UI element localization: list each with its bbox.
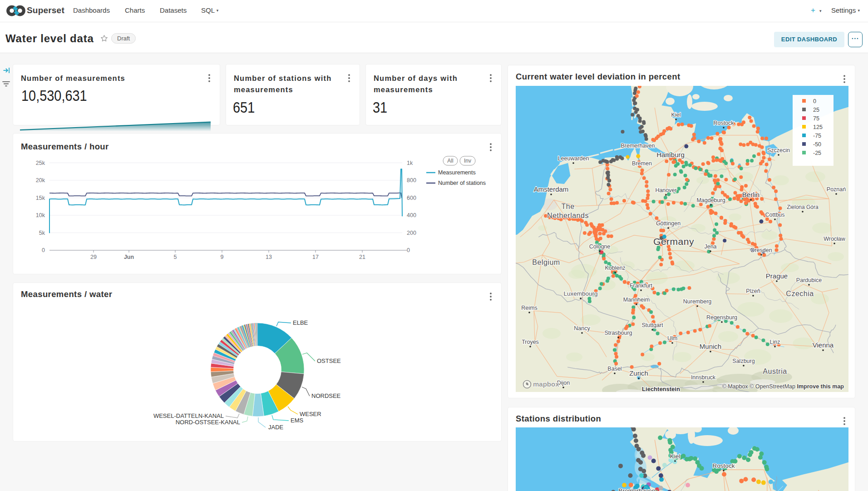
svg-text:Czechia: Czechia [786, 290, 814, 298]
svg-text:29: 29 [90, 254, 97, 260]
svg-text:Mannheim: Mannheim [623, 297, 650, 303]
svg-text:The: The [561, 203, 574, 210]
svg-text:OSTSEE: OSTSEE [317, 357, 341, 364]
svg-text:NORDSEE: NORDSEE [311, 392, 341, 399]
svg-text:Szczecin: Szczecin [767, 147, 790, 154]
svg-text:Zielona Góra: Zielona Góra [787, 204, 819, 210]
svg-text:9: 9 [221, 254, 224, 260]
svg-text:WESER: WESER [300, 411, 321, 417]
svg-text:Reims: Reims [521, 305, 537, 311]
svg-text:EMS: EMS [291, 417, 304, 424]
svg-text:Berlin: Berlin [742, 191, 760, 198]
svg-text:125: 125 [813, 124, 823, 130]
svg-text:mapbox: mapbox [533, 380, 559, 388]
svg-text:Germany: Germany [653, 236, 694, 247]
svg-text:Strasbourg: Strasbourg [604, 330, 632, 336]
svg-text:Magdeburg: Magdeburg [696, 197, 725, 203]
svg-text:© Mapbox © OpenStreetMap Impro: © Mapbox © OpenStreetMap Improve this ma… [722, 383, 844, 390]
svg-text:Austria: Austria [763, 367, 787, 375]
svg-text:Munich: Munich [700, 342, 721, 350]
svg-text:-25: -25 [813, 150, 821, 156]
svg-text:400: 400 [407, 212, 416, 218]
svg-text:0: 0 [813, 98, 816, 104]
svg-text:Dresden: Dresden [750, 247, 772, 253]
svg-text:10k: 10k [36, 212, 45, 218]
svg-text:Cottbus: Cottbus [765, 212, 784, 218]
svg-text:Hamburg: Hamburg [656, 151, 685, 159]
svg-text:Kiel: Kiel [671, 112, 681, 118]
svg-text:ELBE: ELBE [293, 319, 308, 326]
svg-text:Basel: Basel [607, 366, 621, 372]
svg-text:Kiel: Kiel [670, 453, 681, 460]
svg-text:Salzburg: Salzburg [732, 358, 755, 364]
svg-text:Vienna: Vienna [813, 341, 834, 349]
svg-text:Number of stations: Number of stations [438, 180, 486, 186]
svg-text:20k: 20k [36, 177, 45, 184]
svg-text:Zurich: Zurich [629, 369, 648, 377]
svg-text:Bremen: Bremen [632, 160, 652, 167]
svg-text:WESEL-DATTELN-KANAL: WESEL-DATTELN-KANAL [153, 412, 224, 419]
svg-text:15k: 15k [36, 195, 45, 201]
svg-text:Prague: Prague [766, 272, 788, 280]
svg-text:25k: 25k [36, 160, 45, 166]
svg-text:200: 200 [407, 230, 416, 236]
svg-text:Nancy: Nancy [574, 325, 590, 332]
svg-text:Netherlands: Netherlands [547, 212, 589, 219]
svg-text:Pardubice: Pardubice [796, 277, 822, 283]
svg-text:Luxembourg: Luxembourg [563, 290, 597, 297]
svg-text:NORD-OSTSEE-KANAL: NORD-OSTSEE-KANAL [176, 419, 240, 426]
svg-text:Göttingen: Göttingen [656, 220, 681, 227]
svg-text:Jena: Jena [704, 243, 716, 250]
svg-text:Cologne: Cologne [589, 243, 611, 250]
svg-text:Rostock: Rostock [713, 462, 735, 469]
svg-text:Belgium: Belgium [532, 258, 560, 266]
svg-text:75: 75 [813, 115, 819, 122]
svg-text:Inv: Inv [464, 158, 471, 164]
svg-text:Frankfurt: Frankfurt [630, 283, 653, 289]
svg-text:17: 17 [312, 254, 319, 260]
svg-text:800: 800 [407, 177, 416, 184]
svg-text:Bremerhaven: Bremerhaven [618, 487, 655, 491]
svg-text:Rostock: Rostock [713, 120, 734, 126]
svg-text:5: 5 [174, 254, 177, 260]
svg-text:Troyes: Troyes [522, 339, 539, 345]
svg-text:0: 0 [407, 247, 410, 253]
svg-text:Plzeň: Plzeň [746, 288, 760, 294]
svg-text:5k: 5k [39, 230, 45, 236]
svg-text:Poznań: Poznań [827, 186, 846, 193]
svg-text:0: 0 [42, 247, 45, 253]
svg-text:Wrocław: Wrocław [824, 236, 846, 242]
svg-text:25: 25 [813, 107, 819, 113]
svg-text:Leeuwarden: Leeuwarden [558, 155, 589, 162]
svg-text:13: 13 [266, 254, 272, 260]
svg-text:Amsterdam: Amsterdam [534, 185, 569, 193]
svg-text:Measurements: Measurements [438, 169, 476, 176]
svg-text:Innsbruck: Innsbruck [691, 374, 716, 381]
svg-text:Hanover: Hanover [655, 187, 676, 193]
svg-text:Nuremberg: Nuremberg [683, 298, 712, 305]
svg-text:-50: -50 [813, 141, 821, 148]
svg-text:Linz: Linz [770, 339, 780, 345]
svg-text:Ulm: Ulm [667, 335, 677, 342]
svg-text:Jun: Jun [124, 254, 134, 260]
svg-text:Koblenz: Koblenz [605, 265, 625, 271]
svg-text:Liechtenstein: Liechtenstein [642, 386, 680, 392]
svg-text:21: 21 [359, 254, 365, 260]
svg-text:Regensburg: Regensburg [706, 314, 737, 321]
svg-text:600: 600 [407, 195, 416, 201]
svg-text:JADE: JADE [268, 424, 284, 431]
svg-text:1k: 1k [407, 160, 413, 166]
svg-text:Bremerhaven: Bremerhaven [621, 143, 655, 149]
svg-text:-75: -75 [813, 133, 821, 139]
svg-text:All: All [447, 158, 453, 164]
svg-text:Stuttgart: Stuttgart [641, 322, 663, 328]
